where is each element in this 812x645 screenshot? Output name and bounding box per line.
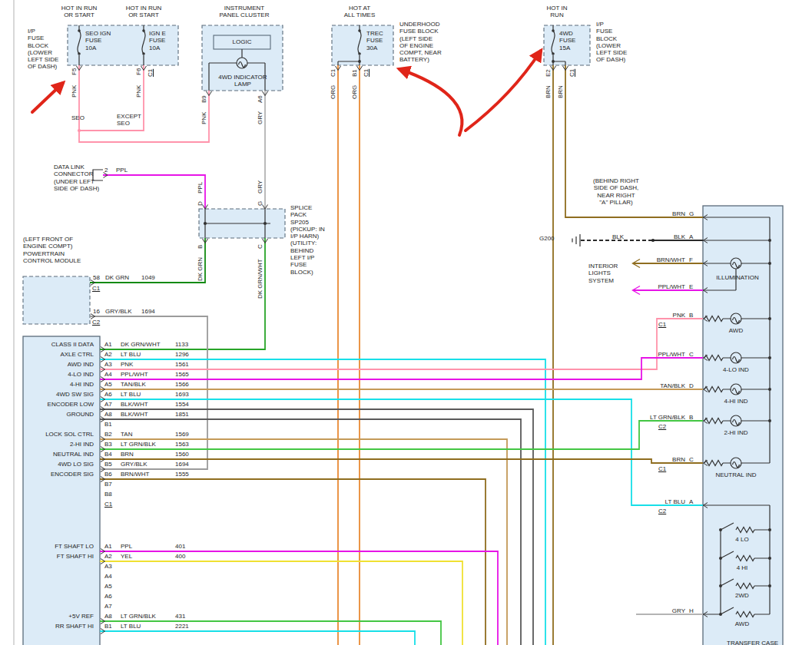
pin2-a5: A5: [104, 583, 112, 590]
pin-a1: A1: [104, 341, 112, 348]
func-class-ii-data: CLASS II DATA: [25, 341, 94, 348]
hot-header-3: HOT AT ALL TIMES: [333, 5, 386, 19]
wire-color-pnk-1: PNK: [71, 85, 78, 98]
connector-c1-4wd: C1: [568, 69, 575, 77]
row-brnwht-terminal: F: [689, 256, 693, 263]
pcm-ckt-1049: 1049: [141, 274, 155, 281]
switch-pos-2wd: 2WD: [727, 592, 757, 599]
pcm-connector-c2: C2: [92, 319, 100, 326]
wire-color-pnk-2: PNK: [135, 85, 142, 98]
except-seo-option-label: EXCEPT SEO: [117, 113, 141, 127]
pin-a5-ckt: 1566: [175, 381, 189, 388]
connector-c1-underhood: C1: [363, 69, 370, 77]
wire-color-dkgrnwht: DK GRN/WHT: [257, 259, 263, 299]
seo-ign-fuse-label: SEO IGN FUSE 10A: [85, 30, 111, 51]
row-gry-color: GRY: [626, 607, 685, 614]
pin-b4-color: BRN: [121, 451, 134, 458]
row-pnk-conn-c1: C1: [658, 321, 666, 328]
pin-a7-ckt: 1554: [175, 401, 189, 408]
cluster-title: INSTRUMENT PANEL CLUSTER: [207, 5, 281, 19]
row-brn-c-terminal: C: [689, 456, 694, 463]
func-4hi-ind: 4-HI IND: [25, 381, 94, 388]
row-pplwht-e-terminal: E: [689, 283, 693, 290]
pin2-a8-color: LT GRN/BLK: [121, 613, 156, 620]
pin-a6-color: LT BLU: [121, 391, 141, 398]
pin-a5: A5: [104, 381, 112, 388]
wire-runs: [79, 65, 703, 645]
pin-b2-color: TAN: [121, 431, 132, 438]
lamp-awd-label: AWD: [719, 327, 753, 334]
row-pnk-terminal: B: [689, 312, 693, 319]
tccm-connector-c1: C1: [104, 501, 112, 508]
lamp-4lo-label: 4-LO IND: [713, 366, 759, 373]
pcm-wire-gryblk: GRY/BLK: [105, 308, 132, 315]
func-rr-shaft-hi: RR SHAFT HI: [25, 623, 94, 630]
pin-b3: B3: [104, 441, 112, 448]
switch-pos-4hi: 4 HI: [727, 564, 757, 571]
interior-lights-system-label: INTERIOR LIGHTS SYSTEM: [588, 263, 618, 284]
pin-a3: A3: [104, 361, 112, 368]
row-brn-terminal: G: [689, 210, 694, 217]
wire-color-ppl-splice: PPL: [197, 182, 204, 194]
row-pplwht-c-terminal: C: [689, 351, 694, 358]
wire-blkwht-1554: [100, 409, 533, 645]
ground-g200-symbol: [572, 234, 580, 246]
func-axle-ctrl: AXLE CTRL: [25, 351, 94, 358]
pin-b3-color: LT GRN/BLK: [121, 441, 156, 448]
row-ltgrnblk-terminal: B: [689, 414, 693, 421]
dlc-label: DATA LINK CONNECTOR (UNDER LEFT SIDE OF …: [54, 164, 99, 192]
pin-b2-ckt: 1569: [175, 431, 189, 438]
terminal-d: D: [197, 201, 204, 206]
wire-color-brn-2: BRN: [557, 85, 564, 98]
pin-a3-ckt: 1561: [175, 361, 189, 368]
pin-a4-ckt: 1565: [175, 371, 189, 378]
func-encoder-low: ENCODER LOW: [25, 401, 94, 408]
junction-dots: [78, 29, 771, 616]
hot-header-1: HOT IN RUN OR START: [52, 5, 106, 19]
pin2-a8-ckt: 431: [175, 613, 185, 620]
row-tanblk-color: TAN/BLK: [626, 382, 685, 389]
func-ft-shaft-hi: FT SHAFT HI: [25, 553, 94, 560]
hot-header-2: HOT IN RUN OR START: [117, 5, 171, 19]
row-pplwht-e-color: PPL/WHT: [626, 283, 685, 290]
wire-ltblu-1693-sw-sig: [100, 399, 703, 505]
connector-c1-ipfuse: C1: [147, 69, 154, 77]
row-gry-terminal: H: [689, 607, 694, 614]
terminal-f6: F6: [135, 68, 142, 75]
row-brnwht-color: BRN/WHT: [626, 256, 685, 263]
lamp-4hi-label: 4-HI IND: [713, 398, 759, 405]
switch-pos-4lo: 4 LO: [727, 536, 757, 543]
pin-b4-ckt: 1560: [175, 451, 189, 458]
wire-ppl-class2-dlc: [103, 175, 205, 209]
row-blk-color: BLK: [626, 233, 685, 240]
pin-a8: A8: [104, 411, 112, 418]
wire-color-gry-a6: GRY: [257, 111, 263, 124]
pcm-pin-16: 16: [93, 308, 100, 315]
pin-b6-ckt: 1555: [175, 471, 189, 478]
wire-ltblu-2221-rr-shaft: [100, 631, 415, 645]
terminal-e2: E2: [545, 69, 552, 77]
ground-g200-label: G200: [539, 235, 555, 242]
pin-b2: B2: [104, 431, 112, 438]
pin-a7: A7: [104, 401, 112, 408]
row-blk-terminal: A: [689, 233, 693, 240]
pin-a1-ckt: 1133: [175, 341, 188, 348]
func-4wd-lo-sig: 4WD LO SIG: [25, 461, 94, 468]
lamp-neutral-label: NEUTRAL IND: [708, 471, 764, 478]
hot-header-4: HOT IN RUN: [530, 5, 584, 19]
pin2-a8: A8: [104, 613, 112, 620]
pcm-ckt-1694: 1694: [141, 308, 155, 315]
4wd-fuse-label: 4WD FUSE 15A: [559, 30, 575, 51]
row-ltblu-color: LT BLU: [626, 498, 685, 505]
transfer-case-switch-box: [703, 206, 783, 645]
dlc-pin-2: 2: [104, 167, 108, 174]
pcm-connector-c1: C1: [92, 285, 100, 292]
row-brn-c-conn-c1: C1: [658, 465, 666, 472]
pin-b7: B7: [104, 481, 112, 488]
logic-label: LOGIC: [214, 38, 270, 45]
ip-fuse-block-label: I/P FUSE BLOCK (LOWER LEFT SIDE OF DASH): [28, 28, 58, 71]
terminal-f5: F5: [71, 68, 78, 75]
switch-location-label: (BEHIND RIGHT SIDE OF DASH, NEAR RIGHT "…: [584, 177, 648, 206]
pin-a5-color: TAN/BLK: [121, 381, 146, 388]
wire-brnwht-1555-encoder: [100, 479, 486, 645]
